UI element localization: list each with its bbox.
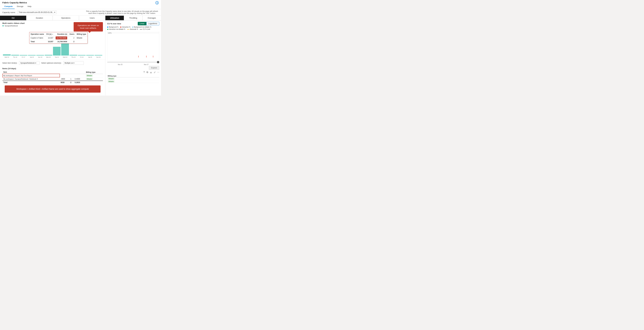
bar-label-mon20: Mon 20 <box>46 56 51 58</box>
billable-badge-1: Billable <box>86 78 93 80</box>
bar-col-thu16: Thu 16 <box>11 55 19 58</box>
explore-button[interactable]: Explore <box>149 66 159 70</box>
right-legend: Background % Interactive % Background no… <box>107 26 159 30</box>
legend-label-intnb: Interactive non-billable % <box>109 29 125 30</box>
bar-sat18[interactable] <box>28 55 36 56</box>
col-item: Item <box>2 71 60 74</box>
right-billable-0: Billable <box>108 78 114 80</box>
op-users-0: 2 <box>68 36 76 40</box>
util-tab-utilization[interactable]: Utilization <box>106 16 124 20</box>
tooltip-bubble: Operations are shown on hover over artif… <box>74 22 103 32</box>
capacity-label: Capacity name: <box>2 11 16 14</box>
right-billable-1: Billable <box>108 80 114 83</box>
op-col-duration: Duration (s) <box>54 32 68 36</box>
bar-col-fri24: Fri 24 <box>78 55 86 58</box>
legend-circle-int <box>120 27 121 28</box>
annotation-bubble: Workspace + Artifact Kind + Artifact Nam… <box>5 85 100 93</box>
op-col-billing: Billing type <box>76 32 88 36</box>
bar-label-thu23: Thu 23 <box>72 56 76 58</box>
item-billing-1: Billable <box>85 77 103 81</box>
nav-tab-storage[interactable]: Storage <box>15 5 26 9</box>
scale-log-btn[interactable]: Logarithmic <box>146 22 159 25</box>
billable-badge-0: Billable <box>86 75 93 77</box>
op-total-cu: 10,937 <box>45 40 54 44</box>
util-tab-overages[interactable]: Overages <box>142 16 161 20</box>
bar-fri24[interactable] <box>78 55 86 56</box>
capacity-dropdown[interactable]: Trial-ruxu-microsoft-com-05-30-2023-01-3… <box>17 11 56 14</box>
bar-label-sat18: Sat 18 <box>30 56 34 58</box>
plot-line <box>107 33 159 33</box>
items-total-col4: 5.2833 <box>74 81 85 84</box>
help-icon[interactable]: ? <box>144 71 145 74</box>
item-col2-0 <box>60 74 70 77</box>
legend-dash-cu <box>140 29 142 30</box>
scroll-track[interactable] <box>107 62 159 63</box>
expand-icon[interactable]: ⤢ <box>154 71 156 74</box>
right-row-0: Billable <box>107 77 159 80</box>
bar-wed15[interactable] <box>3 54 11 56</box>
tab-duration[interactable]: Duration <box>26 16 53 20</box>
scale-linear-btn[interactable]: Linear <box>138 22 146 25</box>
toolbar: Capacity name: Trial-ruxu-microsoft-com-… <box>0 9 161 16</box>
col-billing-header: Billing type <box>85 71 103 74</box>
bar-col-wed15: Wed 15 <box>3 54 11 58</box>
col-dropdown[interactable]: Multiple se ▾ <box>63 61 84 65</box>
info-notice: Pick a capacity from the Capacity name s… <box>86 10 159 14</box>
tab-cu[interactable]: CU <box>0 16 26 20</box>
nav-tab-compute[interactable]: Compute <box>2 5 15 9</box>
nav-tab-help[interactable]: Help <box>26 5 34 9</box>
op-duration-0: 14,769.5930 <box>54 36 68 40</box>
main-content: CU Duration Operations Users Multi metri… <box>0 16 161 96</box>
info-icon[interactable]: ℹ <box>156 1 159 5</box>
bar-thu23[interactable] <box>70 55 77 56</box>
right-chart-title: CU % over time <box>107 23 121 25</box>
op-billing-0: Billable <box>76 36 88 40</box>
op-total-users: 2 <box>68 40 76 44</box>
time-label-nov27: Nov 27 <box>144 64 148 65</box>
bar-thu16[interactable] <box>11 55 19 56</box>
filter-icon[interactable]: ⚌ <box>150 71 152 74</box>
bar-mon20[interactable] <box>45 55 52 56</box>
right-row-1: Billable <box>107 80 159 83</box>
items-total-col3: 2 <box>70 81 74 84</box>
right-col-billing: Billing type <box>107 75 159 77</box>
chevron-down-icon: ▾ <box>35 62 36 64</box>
explore-area: Explore <box>107 66 159 70</box>
op-col-name: Operation name <box>30 32 45 36</box>
copy-icon[interactable]: ⧉ <box>146 71 148 74</box>
chart-title: Multi metric ribbon chart <box>2 22 24 24</box>
bar-sat25[interactable] <box>86 55 94 56</box>
scroll-thumb[interactable] <box>157 61 159 63</box>
time-label-nov25: Nov 25 <box>118 64 122 65</box>
col-blank3 <box>74 71 85 74</box>
item-col3-1: 1 <box>70 77 74 81</box>
item-kind-dropdown[interactable]: SynapseNotebook ▾ <box>19 61 40 65</box>
op-name-0: Copilot in Fabric <box>30 36 45 40</box>
tab-operations[interactable]: Operations <box>53 16 79 20</box>
right-table: Billing type Billable Billable <box>107 75 159 83</box>
right-chart-plot: 100% <box>107 31 159 61</box>
items-total-billing <box>85 81 103 84</box>
right-panel: Utilization Throttling Overages CU % ove… <box>106 16 161 96</box>
bar-label-sun19: Sun 19 <box>38 56 42 58</box>
tick-mark-1 <box>138 56 138 57</box>
bar-fri17[interactable] <box>20 55 27 56</box>
tab-users[interactable]: Users <box>79 16 105 20</box>
col-label: Select optional column(s): <box>41 62 62 64</box>
more-icon[interactable]: ··· <box>157 71 159 74</box>
legend-background: Background % <box>107 26 118 28</box>
items-section: Items (14 days) Item Billing type My wor… <box>0 67 105 96</box>
right-billing-1: Billable <box>107 80 159 83</box>
op-table: Operation name CU (s) ▼ Duration (s) Use… <box>30 32 88 43</box>
op-popup: Operation name CU (s) ▼ Duration (s) Use… <box>29 32 88 44</box>
bar-col-sat18: Sat 18 <box>28 55 36 58</box>
legend-autoscale: Autoscale % <box>127 29 138 30</box>
item-name-1: My workspace \ SynapseNotebook \ Noteboo… <box>2 77 60 81</box>
op-total-label: Total <box>30 40 45 44</box>
bar-tue21[interactable] <box>53 47 61 56</box>
bar-sun19[interactable] <box>36 55 44 56</box>
bar-label-thu16: Thu 16 <box>13 56 17 58</box>
app-header: Fabric Capacity Metrics ℹ Compute Storag… <box>0 0 161 9</box>
bar-sun26[interactable] <box>94 55 102 56</box>
util-tab-throttling[interactable]: Throttling <box>124 16 142 20</box>
